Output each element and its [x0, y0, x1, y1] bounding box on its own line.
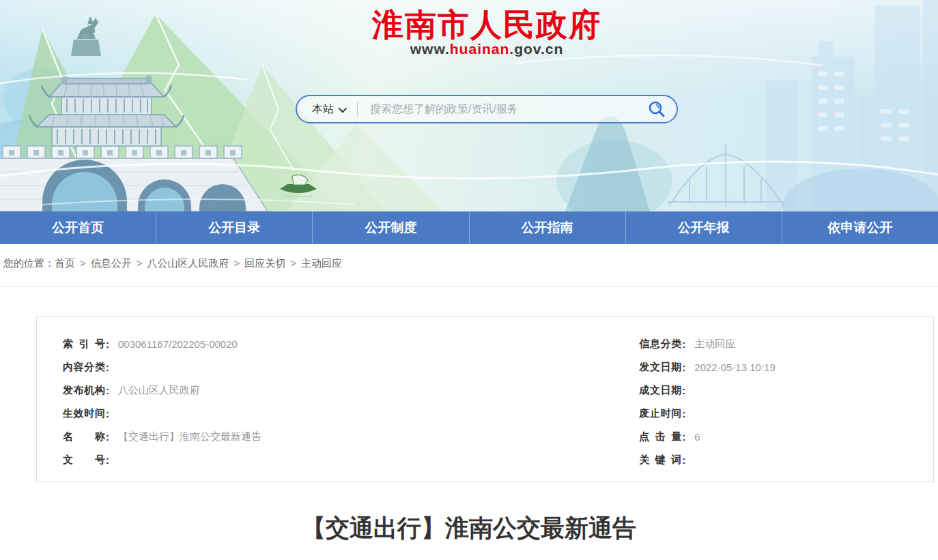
- site-url: www.huainan.gov.cn: [296, 41, 678, 57]
- search-button[interactable]: [646, 99, 667, 119]
- meta-right-column: 信息分类:主动回应 发文日期:2022-05-13 10:19 成文日期: 废止…: [639, 332, 933, 471]
- meta-value: 八公山区人民政府: [118, 384, 200, 397]
- meta-value: 主动回应: [694, 338, 735, 351]
- nav-item-public-guide[interactable]: 公开指南: [469, 211, 625, 244]
- nav-item-public-rules[interactable]: 公开制度: [312, 211, 468, 244]
- meta-row-click-count: 点击量:6: [639, 425, 933, 448]
- search-divider: [357, 102, 358, 117]
- meta-row-doc-number: 文号:: [63, 448, 639, 471]
- meta-colon: :: [106, 454, 109, 466]
- meta-colon: :: [682, 385, 685, 396]
- meta-left-column: 索引号:003061167/202205-00020 内容分类: 发布机构:八公…: [37, 332, 639, 471]
- meta-row-written-date: 成文日期:: [639, 379, 933, 402]
- meta-row-index-number: 索引号:003061167/202205-00020: [63, 332, 639, 355]
- breadcrumb-separator: >: [290, 257, 296, 269]
- article-title: 【交通出行】淮南公交最新通告: [0, 512, 938, 544]
- meta-label: 内容分类: [63, 361, 105, 374]
- meta-row-keywords: 关键词:: [639, 448, 933, 471]
- header-banner: 淮南市人民政府 www.huainan.gov.cn 本站: [0, 0, 938, 211]
- meta-colon: :: [682, 362, 685, 373]
- search-bar: 本站: [296, 95, 678, 123]
- nav-item-public-catalog[interactable]: 公开目录: [156, 211, 312, 244]
- meta-row-info-category: 信息分类:主动回应: [639, 332, 933, 355]
- meta-value: 003061167/202205-00020: [118, 338, 238, 350]
- search-scope-label: 本站: [312, 102, 334, 117]
- meta-value: 2022-05-13 10:19: [694, 362, 775, 373]
- breadcrumb-separator: >: [234, 257, 240, 269]
- meta-label: 信息分类: [639, 338, 681, 351]
- meta-row-title: 名称:【交通出行】淮南公交最新通告: [63, 425, 639, 448]
- meta-colon: :: [682, 338, 685, 350]
- meta-label: 文号: [63, 454, 105, 467]
- banner-center-content: 淮南市人民政府 www.huainan.gov.cn 本站: [296, 0, 678, 211]
- meta-label: 废止时间: [639, 407, 681, 420]
- meta-colon: :: [682, 408, 685, 419]
- meta-label: 成文日期: [639, 384, 681, 397]
- meta-label: 发布机构: [63, 384, 105, 397]
- meta-row-content-category: 内容分类:: [63, 355, 639, 379]
- meta-colon: :: [682, 454, 685, 466]
- site-url-domain: huainan: [450, 41, 510, 57]
- breadcrumb-active-response[interactable]: 主动回应: [301, 257, 342, 269]
- breadcrumb-info-disclosure[interactable]: 信息公开: [91, 257, 132, 269]
- meta-label: 索引号: [63, 338, 105, 351]
- meta-value: 6: [694, 431, 700, 443]
- meta-colon: :: [106, 408, 109, 419]
- site-url-prefix: www.: [410, 41, 450, 57]
- meta-label: 发文日期: [639, 361, 681, 374]
- meta-colon: :: [106, 431, 109, 443]
- meta-row-effective-time: 生效时间:: [63, 402, 639, 425]
- breadcrumb-response-concerns[interactable]: 回应关切: [244, 257, 285, 269]
- meta-colon: :: [682, 431, 685, 443]
- meta-row-publish-date: 发文日期:2022-05-13 10:19: [639, 355, 933, 379]
- search-input[interactable]: [370, 103, 641, 115]
- search-icon: [648, 100, 666, 118]
- search-scope-dropdown[interactable]: 本站: [312, 102, 345, 117]
- statue-illustration: [71, 16, 101, 56]
- meta-row-repeal-time: 废止时间:: [639, 402, 933, 425]
- breadcrumb-separator: >: [80, 257, 86, 269]
- meta-colon: :: [106, 338, 109, 350]
- breadcrumb-home[interactable]: 首页: [55, 257, 75, 269]
- meta-label: 关键词: [639, 454, 681, 467]
- site-url-suffix: .gov.cn: [509, 41, 563, 57]
- meta-label: 生效时间: [63, 407, 105, 420]
- meta-value: 【交通出行】淮南公交最新通告: [118, 430, 261, 443]
- breadcrumb-district-gov[interactable]: 八公山区人民政府: [147, 257, 229, 269]
- nav-item-annual-report[interactable]: 公开年报: [625, 211, 782, 244]
- breadcrumb: 您的位置：首页>信息公开>八公山区人民政府>回应关切>主动回应: [0, 244, 938, 286]
- main-nav: 公开首页 公开目录 公开制度 公开指南 公开年报 依申请公开: [0, 211, 938, 244]
- chevron-down-icon: [339, 104, 347, 113]
- meta-colon: :: [106, 362, 109, 373]
- meta-label: 名称: [63, 430, 105, 443]
- nav-item-public-home[interactable]: 公开首页: [0, 211, 156, 244]
- nav-item-apply-disclosure[interactable]: 依申请公开: [782, 211, 938, 244]
- breadcrumb-prefix: 您的位置：: [3, 257, 55, 269]
- site-title: 淮南市人民政府: [296, 4, 678, 46]
- breadcrumb-separator: >: [137, 257, 143, 269]
- meta-row-issuing-agency: 发布机构:八公山区人民政府: [63, 379, 639, 402]
- meta-label: 点击量: [639, 430, 681, 443]
- document-meta-table: 索引号:003061167/202205-00020 内容分类: 发布机构:八公…: [36, 316, 934, 482]
- meta-colon: :: [106, 385, 109, 396]
